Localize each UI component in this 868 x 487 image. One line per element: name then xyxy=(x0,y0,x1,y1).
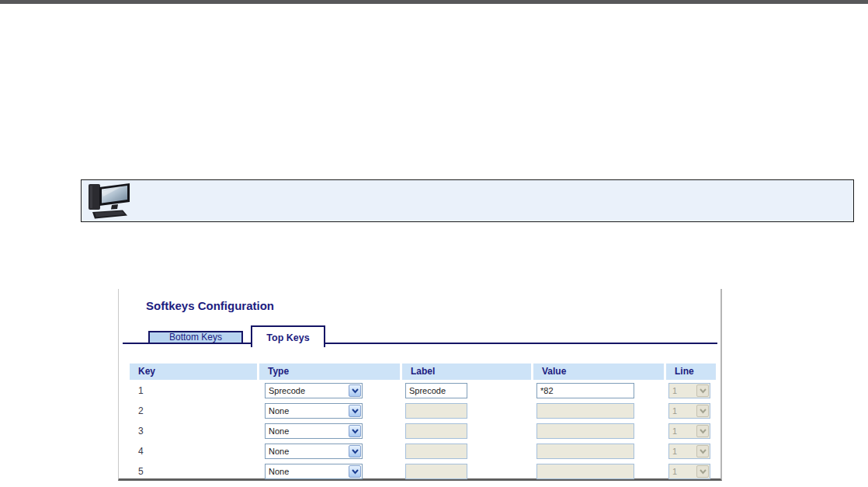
label-input xyxy=(405,423,467,439)
value-input xyxy=(536,423,634,439)
key-number: 2 xyxy=(138,405,144,416)
chevron-down-icon xyxy=(349,405,361,417)
column-header-value: Value xyxy=(533,364,664,380)
key-number: 3 xyxy=(138,426,144,437)
type-select[interactable]: Sprecode xyxy=(265,383,363,398)
line-select: 1 xyxy=(668,464,710,479)
top-divider-bar xyxy=(0,0,868,4)
chevron-down-icon xyxy=(696,425,709,437)
type-select-value: None xyxy=(269,404,347,418)
type-select-value: Sprecode xyxy=(269,384,347,398)
chevron-down-icon xyxy=(349,425,361,437)
type-select[interactable]: None xyxy=(265,403,363,419)
key-number: 1 xyxy=(138,385,144,396)
type-select-value: None xyxy=(269,424,347,438)
type-select-value: None xyxy=(269,444,347,458)
table-row: 4 None 1 xyxy=(119,444,723,461)
value-input xyxy=(536,403,634,419)
key-number: 4 xyxy=(138,446,144,457)
type-select[interactable]: None xyxy=(265,444,363,459)
table-row: 1 Sprecode 1 xyxy=(119,383,723,400)
line-select: 1 xyxy=(668,403,710,419)
chevron-down-icon xyxy=(349,384,361,397)
label-input xyxy=(405,403,467,419)
document-page: Softkeys Configuration Bottom Keys Top K… xyxy=(0,0,868,487)
line-select-value: 1 xyxy=(672,444,695,458)
label-input[interactable] xyxy=(405,383,467,398)
table-row: 5 None 1 xyxy=(119,464,723,481)
line-select-value: 1 xyxy=(672,464,695,478)
tab-top-keys[interactable]: Top Keys xyxy=(251,325,325,347)
note-box xyxy=(81,179,854,222)
label-input xyxy=(405,444,467,459)
column-header-type: Type xyxy=(259,364,400,380)
key-number: 5 xyxy=(138,466,144,477)
type-select[interactable]: None xyxy=(265,423,363,439)
type-select-value: None xyxy=(269,464,347,478)
chevron-down-icon xyxy=(696,405,709,417)
line-select-value: 1 xyxy=(672,404,695,418)
table-row: 3 None 1 xyxy=(119,423,723,440)
desktop-computer-icon xyxy=(86,182,136,221)
value-input xyxy=(536,464,634,479)
chevron-down-icon xyxy=(696,445,709,457)
column-header-line: Line xyxy=(666,364,716,380)
chevron-down-icon xyxy=(696,465,709,478)
chevron-down-icon xyxy=(349,465,361,478)
type-select[interactable]: None xyxy=(265,464,363,479)
value-input xyxy=(536,444,634,459)
tab-bottom-keys[interactable]: Bottom Keys xyxy=(148,331,243,344)
chevron-down-icon xyxy=(349,445,361,457)
chevron-down-icon xyxy=(696,384,709,397)
line-select-value: 1 xyxy=(672,384,695,398)
section-title: Softkeys Configuration xyxy=(146,299,274,312)
line-select: 1 xyxy=(668,423,710,439)
label-input xyxy=(405,464,467,479)
column-header-key: Key xyxy=(130,364,257,380)
line-select: 1 xyxy=(668,383,710,398)
line-select-value: 1 xyxy=(672,424,695,438)
softkeys-configuration-panel: Softkeys Configuration Bottom Keys Top K… xyxy=(118,289,722,481)
column-header-label: Label xyxy=(402,364,531,380)
line-select: 1 xyxy=(668,444,710,459)
table-row: 2 None 1 xyxy=(119,403,723,420)
value-input[interactable] xyxy=(536,383,634,398)
